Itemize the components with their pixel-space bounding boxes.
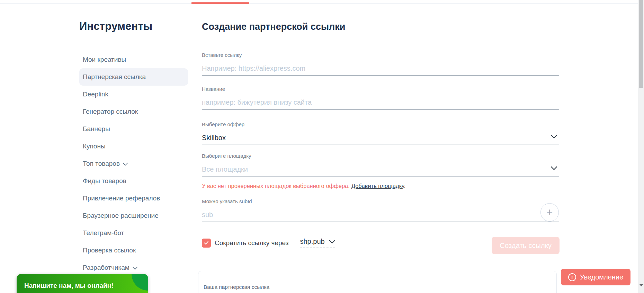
scrollbar-down-arrow[interactable]	[639, 284, 643, 286]
shorten-checkbox-label: Сократить ссылку через	[215, 239, 288, 247]
subid-field: Можно указать subId	[202, 198, 559, 222]
chevron-down-icon	[551, 165, 557, 171]
shorten-checkbox[interactable]	[202, 239, 211, 248]
sidebar-item-top-products[interactable]: Топ товаров	[79, 155, 188, 172]
sidebar-item-deeplink[interactable]: Deeplink	[79, 86, 188, 103]
active-tab-indicator	[191, 2, 249, 4]
chat-message: Напишите нам, мы онлайн!	[24, 282, 114, 290]
link-field: Вставьте ссылку	[202, 52, 559, 76]
sidebar-item-banners[interactable]: Баннеры	[79, 120, 188, 138]
subid-field-label: Можно указать subId	[202, 198, 559, 204]
notification-label: Уведомление	[580, 273, 623, 281]
scrollbar-thumb[interactable]	[639, 0, 643, 88]
sidebar-item-affiliate-link[interactable]: Партнерская ссылка	[79, 68, 188, 86]
sidebar-item-telegram-bot[interactable]: Телеграм-бот	[79, 224, 188, 242]
top-tab-bar	[0, 0, 644, 4]
create-link-button[interactable]: Создать ссылку	[492, 237, 560, 254]
chevron-down-icon	[133, 267, 137, 270]
link-input[interactable]	[202, 64, 559, 72]
name-field-label: Название	[202, 86, 559, 92]
sidebar-item-product-feeds[interactable]: Фиды товаров	[79, 172, 188, 190]
notification-button[interactable]: ! Уведомление	[561, 269, 630, 285]
add-platform-link[interactable]: Добавить площадку	[351, 183, 404, 189]
offer-select[interactable]: Выберите оффер Skillbox	[202, 121, 559, 145]
chevron-down-icon	[123, 163, 128, 166]
shorten-link-row: Сократить ссылку через shp.pub	[202, 238, 335, 248]
sidebar-title: Инструменты	[79, 20, 188, 33]
sidebar-item-link-generator[interactable]: Генератор ссылок	[79, 103, 188, 120]
sidebar-item-link-check[interactable]: Проверка ссылок	[79, 242, 188, 259]
chat-widget[interactable]: Напишите нам, мы онлайн!	[17, 274, 148, 293]
result-card: Ваша партнерская ссылка	[198, 271, 557, 293]
subid-input[interactable]	[202, 211, 559, 219]
sidebar-item-referrals[interactable]: Привлечение рефералов	[79, 190, 188, 207]
platform-error: У вас нет проверенных площадок выбранног…	[202, 183, 405, 189]
alert-icon: !	[568, 273, 576, 281]
scrollbar-track[interactable]	[638, 0, 644, 293]
add-subid-button[interactable]: +	[540, 203, 559, 222]
shortener-service-select[interactable]: shp.pub	[300, 238, 335, 248]
sidebar-item-my-creatives[interactable]: Мои креативы	[79, 51, 188, 68]
sidebar-item-browser-extension[interactable]: Браузерное расширение	[79, 207, 188, 224]
offer-selected-value: Skillbox	[202, 134, 226, 141]
link-field-label: Вставьте ссылку	[202, 52, 559, 58]
platform-select[interactable]: Выберите площадку Все площадки	[202, 153, 559, 176]
platform-error-text: У вас нет проверенных площадок выбранног…	[202, 183, 350, 189]
platform-select-label: Выберите площадку	[202, 153, 559, 159]
chevron-down-icon	[551, 133, 557, 140]
shortener-selected-value: shp.pub	[300, 238, 324, 245]
sidebar-menu: Мои креативы Партнерская ссылка Deeplink…	[79, 51, 188, 276]
result-card-label: Ваша партнерская ссылка	[204, 284, 269, 290]
name-input[interactable]	[202, 98, 559, 106]
name-field: Название	[202, 86, 559, 110]
plus-icon: +	[547, 206, 553, 218]
page-title: Создание партнерской ссылки	[202, 21, 345, 32]
chevron-down-icon	[329, 240, 335, 243]
sidebar-item-coupons[interactable]: Купоны	[79, 138, 188, 155]
tools-sidebar: Инструменты Мои креативы Партнерская ссы…	[79, 20, 188, 33]
check-icon	[204, 240, 209, 246]
platform-placeholder: Все площадки	[202, 165, 248, 173]
chat-corner-decoration	[132, 274, 148, 291]
offer-select-label: Выберите оффер	[202, 121, 559, 127]
